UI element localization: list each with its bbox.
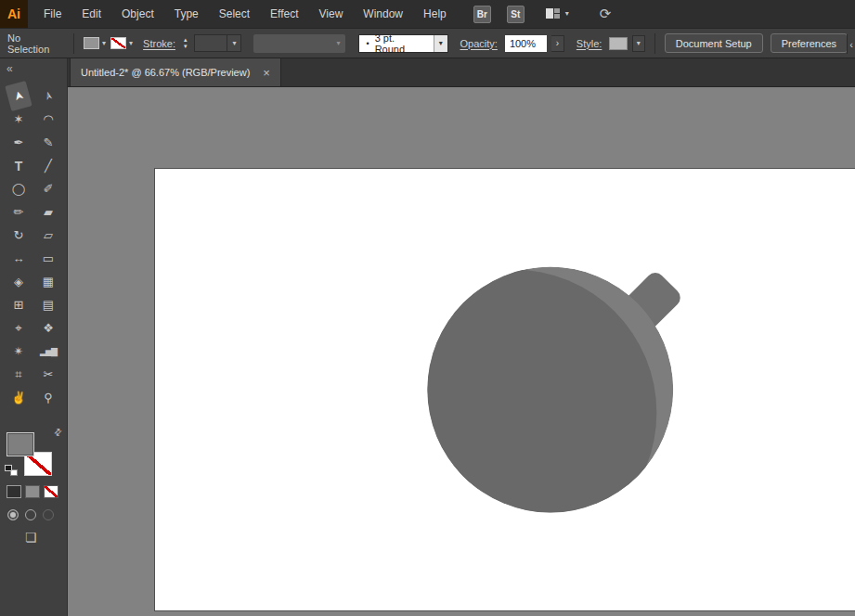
draw-inside-button[interactable]: [43, 509, 54, 520]
tool-eraser[interactable]: ▰: [35, 201, 61, 223]
menu-window[interactable]: Window: [353, 0, 413, 28]
tool-artboard[interactable]: ⌗: [6, 364, 32, 385]
fill-stroke-control: ⇄: [0, 425, 68, 482]
chevron-down-icon: ▾: [232, 40, 236, 47]
opacity-panel-button[interactable]: ›: [551, 35, 564, 52]
tool-pencil[interactable]: ✏: [6, 201, 32, 223]
tool-hand[interactable]: ✌: [6, 387, 32, 408]
brush-definition-value: 3 pt. Round: [375, 32, 426, 55]
menu-type[interactable]: Type: [164, 0, 209, 28]
stroke-label[interactable]: Stroke:: [143, 38, 175, 49]
tool-shape-builder[interactable]: ◈: [6, 271, 32, 292]
menu-select[interactable]: Select: [209, 0, 260, 28]
fill-color-dropdown[interactable]: ▾: [84, 37, 106, 49]
collapse-panel-icon[interactable]: «: [6, 62, 12, 75]
tool-slice[interactable]: ✂: [35, 364, 61, 385]
separator: [654, 33, 655, 54]
tools-panel: « ➤ ➢ ✶ ◠ ✒ ✎ T ╱ ◯ ✐ ✏ ▰ ↻ ▱ ↔ ▭ ◈ ▦ ⊞ …: [0, 58, 68, 616]
document-setup-button[interactable]: Document Setup: [665, 33, 763, 53]
tool-magic-wand[interactable]: ✶: [6, 109, 32, 130]
artboard[interactable]: [154, 168, 855, 611]
document-tab[interactable]: Untitled-2* @ 66.67% (RGB/Preview) ×: [70, 58, 281, 86]
chevron-down-icon: ▾: [129, 40, 133, 47]
menu-file[interactable]: File: [33, 0, 71, 28]
illustrator-logo: Ai: [0, 0, 28, 28]
tool-eyedropper[interactable]: ⌖: [6, 317, 32, 339]
chevron-down-icon: ▾: [637, 40, 641, 47]
tool-direct-selection[interactable]: ➢: [34, 81, 61, 111]
tool-curvature[interactable]: ✎: [35, 132, 61, 153]
stock-button[interactable]: St: [507, 6, 525, 23]
bridge-button[interactable]: Br: [473, 6, 491, 23]
tool-free-transform[interactable]: ▭: [35, 248, 61, 269]
tool-grid: ➤ ➢ ✶ ◠ ✒ ✎ T ╱ ◯ ✐ ✏ ▰ ↻ ▱ ↔ ▭ ◈ ▦ ⊞ ▤ …: [4, 84, 63, 409]
stroke-color-dropdown[interactable]: ▾: [110, 37, 133, 49]
close-icon[interactable]: ×: [263, 67, 270, 79]
brush-preview-icon: •: [367, 39, 369, 48]
chevron-down-icon: ▾: [102, 40, 106, 47]
preferences-button[interactable]: Preferences: [771, 33, 848, 53]
tool-line-segment[interactable]: ╱: [35, 155, 61, 176]
menu-effect[interactable]: Effect: [260, 0, 308, 28]
workspace-icon: [546, 8, 561, 19]
tool-gradient[interactable]: ▤: [35, 294, 61, 315]
color-mode-buttons: [6, 485, 58, 498]
workspace-switcher[interactable]: ▾: [546, 8, 569, 19]
main-menus: File Edit Object Type Select Effect View…: [33, 0, 457, 28]
opacity-label[interactable]: Opacity:: [460, 38, 498, 49]
chevron-down-icon: ▾: [336, 40, 340, 47]
color-button[interactable]: [6, 485, 21, 498]
separator: [73, 33, 74, 54]
menu-bar: Ai File Edit Object Type Select Effect V…: [0, 0, 855, 28]
swap-fill-stroke-icon[interactable]: ⇄: [51, 426, 64, 439]
tool-paintbrush[interactable]: ✐: [35, 178, 61, 199]
sync-icon[interactable]: ⟳: [600, 6, 612, 22]
chevron-down-icon: ▾: [565, 10, 569, 18]
menu-object[interactable]: Object: [111, 0, 164, 28]
drawing-mode-buttons: [7, 509, 54, 520]
document-tab-title: Untitled-2* @ 66.67% (RGB/Preview): [81, 67, 250, 78]
tool-zoom[interactable]: ⚲: [35, 387, 61, 408]
stroke-none-swatch: [110, 37, 126, 49]
menu-help[interactable]: Help: [413, 0, 457, 28]
tool-type[interactable]: T: [6, 155, 32, 176]
tool-ellipse[interactable]: ◯: [6, 178, 32, 199]
default-fill-stroke-icon[interactable]: [5, 465, 18, 476]
tool-column-graph[interactable]: ▂▅▇: [35, 340, 61, 362]
opacity-input[interactable]: 100%: [505, 35, 547, 52]
stroke-weight-value: [195, 35, 227, 51]
style-label[interactable]: Style:: [576, 38, 602, 49]
tool-width[interactable]: ↔: [6, 248, 32, 269]
none-button[interactable]: [44, 485, 58, 498]
tool-selection[interactable]: ➤: [5, 81, 32, 111]
stroke-weight-dropdown[interactable]: ▾: [194, 34, 241, 52]
fill-swatch: [84, 37, 99, 49]
tool-perspective-grid[interactable]: ▦: [35, 271, 61, 292]
tool-scale[interactable]: ▱: [35, 225, 61, 246]
tool-symbol-sprayer[interactable]: ✴: [6, 340, 32, 362]
canvas-area[interactable]: [68, 87, 855, 616]
menu-view[interactable]: View: [309, 0, 354, 28]
stepper-down-icon: ▾: [184, 44, 188, 49]
menu-edit[interactable]: Edit: [71, 0, 111, 28]
chevron-down-icon: ▾: [439, 40, 443, 47]
screen-mode-button[interactable]: ❏: [25, 530, 37, 545]
brush-definition-dropdown[interactable]: • 3 pt. Round ▾: [358, 34, 448, 53]
document-tab-bar: Untitled-2* @ 66.67% (RGB/Preview) ×: [68, 58, 855, 87]
gradient-button[interactable]: [25, 485, 40, 498]
tool-mesh[interactable]: ⊞: [6, 294, 32, 315]
style-swatch[interactable]: [609, 37, 628, 50]
stroke-weight-stepper[interactable]: ▴ ▾: [184, 37, 188, 49]
tool-rotate[interactable]: ↻: [6, 225, 32, 246]
panel-toggle-sliver[interactable]: ‹: [847, 34, 855, 54]
control-bar: No Selection ▾ ▾ Stroke: ▴ ▾ ▾ ▾ • 3 pt.…: [0, 28, 855, 58]
selection-status: No Selection: [7, 32, 64, 55]
fill-color-indicator[interactable]: [6, 432, 34, 456]
tool-lasso[interactable]: ◠: [35, 109, 61, 130]
bomb-body-shade[interactable]: [370, 270, 657, 557]
tool-pen[interactable]: ✒: [6, 132, 32, 153]
style-dropdown[interactable]: ▾: [632, 35, 645, 52]
draw-normal-button[interactable]: [7, 509, 19, 520]
tool-blend[interactable]: ❖: [35, 317, 61, 339]
draw-behind-button[interactable]: [25, 509, 36, 520]
